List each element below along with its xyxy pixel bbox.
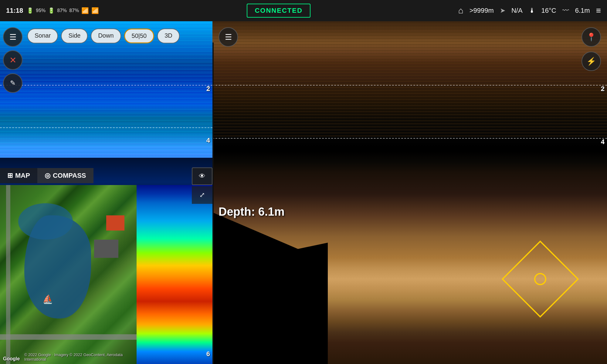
copyright-label: © 2022 Google · Imagery © 2022 GeoConten… (24, 352, 137, 362)
view-5050-btn[interactable]: 50|50 (124, 29, 154, 43)
battery-icon-1: 🔋 (27, 7, 33, 14)
home-icon: ⌂ (458, 6, 463, 15)
menu-icon: ☰ (9, 32, 16, 42)
diamond-center (534, 273, 546, 285)
building-2 (106, 215, 124, 231)
right-depth-line-2: 2 (212, 85, 607, 86)
expand-icon: ⤢ (199, 191, 205, 199)
wave-icon: 〰 (562, 7, 569, 15)
binoculars-button[interactable]: 👁 (192, 167, 212, 185)
battery-pct-2: 87% (57, 8, 67, 13)
edit-icon: ✎ (10, 79, 15, 87)
depth-line-dashed (0, 127, 212, 128)
map-tab[interactable]: ⊞ MAP (0, 168, 37, 183)
right-menu-button[interactable]: ☰ (219, 27, 238, 47)
right-pin-icon: 📍 (586, 32, 596, 42)
right-depth-line-4: 4 (212, 138, 607, 139)
time-display: 11:18 (6, 7, 23, 15)
scale-4-left: 4 (206, 136, 212, 144)
navigation-icon: ➤ (500, 7, 505, 15)
view-selector: Sonar Side Down 50|50 3D (27, 29, 180, 43)
close-button[interactable]: ✕ (3, 50, 22, 70)
right-scale-marker-4: 4 (601, 138, 607, 146)
map-tab-label: MAP (15, 172, 30, 180)
google-label: Google (3, 356, 20, 362)
binoculars-icon: 👁 (199, 172, 205, 180)
distance-value: >9999m (470, 7, 494, 15)
depth-status-value: 6.1m (575, 7, 590, 15)
right-flash-icon: ⚡ (586, 57, 596, 66)
status-right: ⌂ >9999m ➤ N/A 🌡 16°C 〰 6.1m ≡ (458, 6, 601, 15)
close-icon: ✕ (9, 55, 16, 65)
connected-badge: CONNECTED (247, 4, 310, 18)
right-sidescan-panel: 2 4 2 4 Depth: 6.1m ☰ 📍 ⚡ (212, 21, 607, 364)
edit-button[interactable]: ✎ (3, 73, 22, 93)
sidescan-terrain-area (212, 127, 607, 364)
satellite-view: ⛵ Google © 2022 Google · Imagery © 2022 … (0, 185, 137, 364)
heatmap-overlay (137, 185, 212, 364)
menu-button[interactable]: ☰ (3, 27, 22, 47)
mini-map[interactable]: ⛵ Google © 2022 Google · Imagery © 2022 … (0, 185, 137, 364)
signal-icon: 📶 (81, 7, 89, 14)
right-flash-button[interactable]: ⚡ (582, 52, 601, 71)
hamburger-icon[interactable]: ≡ (596, 6, 601, 15)
battery-pct-1: 95% (36, 8, 46, 13)
right-pin-button[interactable]: 📍 (582, 27, 601, 47)
sidescan-scan-lines (212, 21, 607, 136)
scale-6-left: 6 (206, 350, 212, 358)
nav-diamond (510, 249, 571, 309)
view-3d-btn[interactable]: 3D (157, 29, 180, 43)
left-toolbar: ☰ ✕ ✎ (3, 27, 22, 93)
view-side-btn[interactable]: Side (61, 29, 88, 43)
main-area: 2 Depth: 6.1m 2 4 6 ☰ ✕ ✎ (0, 21, 607, 364)
scale-2-left: 2 (206, 85, 212, 93)
lake-shape2 (18, 203, 73, 240)
battery-icons: 🔋 95% 🔋 87% 87% 📶 📶 (27, 7, 99, 14)
boat-marker: ⛵ (42, 294, 53, 304)
right-scale-marker-2: 2 (601, 85, 607, 93)
map-tabs: ⊞ MAP ◎ COMPASS (0, 168, 93, 183)
panel-divider (212, 42, 214, 364)
heading-value: N/A (511, 7, 523, 15)
building-1 (94, 240, 118, 258)
view-sonar-btn[interactable]: Sonar (27, 29, 58, 43)
status-bar: 11:18 🔋 95% 🔋 87% 87% 📶 📶 CONNECTED ⌂ >9… (0, 0, 607, 21)
compass-tab-label: COMPASS (53, 172, 86, 180)
map-icon: ⊞ (7, 172, 13, 180)
right-menu-icon: ☰ (225, 32, 232, 42)
battery-icon-2: 🔋 (48, 7, 55, 14)
signal-icon-2: 📶 (91, 7, 99, 14)
temperature-icon: 🌡 (529, 7, 535, 15)
expand-button[interactable]: ⤢ (192, 186, 212, 204)
temperature-value: 16°C (541, 7, 556, 15)
battery-pct-3: 87% (69, 8, 79, 13)
status-left: 11:18 🔋 95% 🔋 87% 87% 📶 📶 (6, 7, 99, 15)
compass-icon: ◎ (45, 172, 50, 180)
view-down-btn[interactable]: Down (91, 29, 121, 43)
compass-tab[interactable]: ◎ COMPASS (37, 168, 93, 183)
depth-line-2: 2 (0, 85, 212, 86)
left-sonar-panel: 2 Depth: 6.1m 2 4 6 ☰ ✕ ✎ (0, 21, 212, 364)
right-depth-display: Depth: 6.1m (219, 205, 284, 218)
road-horizontal (0, 334, 137, 340)
